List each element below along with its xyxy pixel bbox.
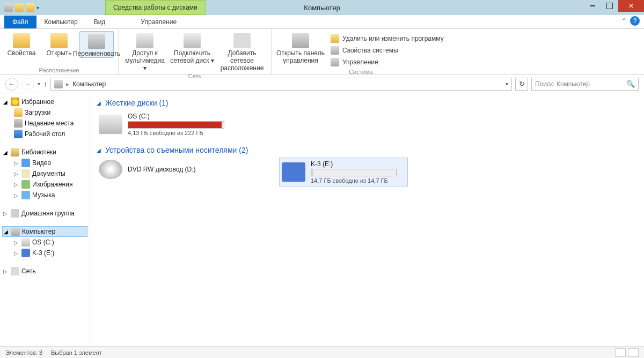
search-input[interactable]: Поиск: Компьютер 🔍 (531, 78, 639, 91)
tree-homegroup[interactable]: ▷ Домашняя группа (2, 208, 87, 219)
drive-subtext: 4,13 ГБ свободно из 222 ГБ (128, 130, 224, 136)
close-button[interactable] (618, 0, 644, 12)
help-icon[interactable]: ? (630, 16, 640, 26)
maximize-button[interactable] (601, 0, 618, 12)
tab-view[interactable]: Вид (86, 16, 114, 28)
status-bar: Элементов: 3 Выбран 1 элемент (0, 346, 644, 358)
tree-libraries[interactable]: ◢ Библиотеки (2, 147, 87, 158)
tree-documents[interactable]: ▷ Документы (2, 168, 87, 179)
refresh-button[interactable]: ↻ (515, 78, 528, 91)
media-access-button[interactable]: Доступ к мультимедиа ▾ (123, 31, 167, 72)
tree-recent[interactable]: Недавние места (2, 118, 87, 129)
dvd-drive-icon (99, 160, 122, 179)
breadcrumb-root[interactable]: Компьютер (72, 80, 106, 88)
quick-access-toolbar: ▾ (0, 3, 39, 12)
rename-icon (88, 34, 105, 49)
tree-video[interactable]: ▷ Видео (2, 158, 87, 168)
network-icon (11, 267, 19, 275)
drive-os-c[interactable]: OS (C:) 4,13 ГБ свободно из 222 ГБ (97, 110, 258, 138)
computer-icon (11, 227, 20, 236)
search-icon: 🔍 (626, 80, 635, 88)
address-dropdown-icon[interactable]: ▾ (506, 81, 508, 87)
tree-network[interactable]: ▷ Сеть (2, 266, 87, 277)
drive-subtext: 14,7 ГБ свободно из 14,7 ГБ (311, 177, 397, 184)
properties-icon (13, 33, 30, 48)
system-properties-icon (331, 46, 339, 55)
ribbon-group-system: Открыть панель управления Удалить или из… (272, 29, 450, 74)
nav-forward-button[interactable]: → (21, 78, 34, 91)
group-label-location: Расположение (4, 67, 114, 73)
add-net-location-button[interactable]: Добавить сетевое расположение (217, 31, 267, 72)
tree-desktop[interactable]: Рабочий стол (2, 129, 87, 139)
window-title: Компьютер (304, 4, 340, 12)
nav-up-button[interactable]: ↑ (43, 80, 47, 88)
drive-dvd-d[interactable]: DVD RW дисковод (D:) (97, 158, 258, 181)
qat-icon-2[interactable] (26, 3, 34, 12)
qat-dropdown-icon[interactable]: ▾ (36, 5, 39, 11)
address-bar-icon (54, 80, 63, 88)
map-drive-button[interactable]: Подключить сетевой диск ▾ (170, 31, 214, 72)
system-properties-button[interactable]: Свойства системы (328, 45, 446, 56)
window-controls (584, 0, 644, 12)
tree-computer[interactable]: ◢ Компьютер (2, 226, 87, 237)
address-bar[interactable]: ▸ Компьютер ▾ (50, 78, 512, 91)
recent-icon (14, 119, 23, 128)
tree-music[interactable]: ▷ Музыка (2, 190, 87, 200)
documents-icon (21, 169, 30, 178)
star-icon (11, 98, 19, 106)
minimize-button[interactable] (584, 0, 601, 12)
map-drive-icon (184, 33, 201, 48)
status-selection: Выбран 1 элемент (51, 349, 102, 356)
sd-card-icon (282, 162, 305, 182)
view-details-button[interactable] (615, 348, 626, 357)
group-header-hard-drives[interactable]: ◢ Жесткие диски (1) (97, 99, 638, 107)
video-icon (21, 159, 30, 167)
main-split: ◢ Избранное Загрузки Недавние места Рабо… (0, 93, 644, 346)
open-icon (50, 33, 68, 48)
collapse-ribbon-icon[interactable]: ⌃ (621, 17, 627, 25)
status-item-count: Элементов: 3 (5, 349, 42, 356)
drive-name: K-3 (E:) (311, 160, 397, 168)
media-access-icon (136, 33, 153, 48)
drive-capacity-bar (128, 121, 224, 129)
rename-button[interactable]: Переименовать (79, 31, 114, 58)
uninstall-program-button[interactable]: Удалить или изменить программу (328, 33, 446, 44)
open-control-panel-button[interactable]: Открыть панель управления (276, 31, 325, 68)
view-tiles-button[interactable] (628, 348, 639, 357)
hard-drive-icon (99, 115, 122, 134)
titlebar: ▾ Средства работы с дисками Компьютер (0, 0, 644, 15)
drive-k3-e[interactable]: K-3 (E:) 14,7 ГБ свободно из 14,7 ГБ (279, 158, 408, 187)
nav-pane: ◢ Избранное Загрузки Недавние места Рабо… (0, 93, 90, 346)
uninstall-icon (331, 34, 339, 43)
open-button[interactable]: Открыть (42, 31, 76, 58)
manage-icon (331, 58, 339, 66)
app-icon (4, 3, 13, 12)
drive-name: DVD RW дисковод (D:) (128, 166, 196, 173)
recent-locations-dropdown-icon[interactable]: ▾ (38, 81, 40, 87)
music-icon (21, 191, 30, 199)
tree-downloads[interactable]: Загрузки (2, 107, 87, 118)
ribbon-tabs: Файл Компьютер Вид Управление ⌃ ? (0, 15, 644, 29)
drive-icon (21, 238, 30, 247)
tree-os-c[interactable]: ▷ OS (C:) (2, 237, 87, 248)
view-toggles (615, 348, 639, 357)
tab-computer[interactable]: Компьютер (36, 16, 86, 28)
manage-button[interactable]: Управление (328, 57, 446, 68)
control-panel-icon (292, 33, 309, 48)
tree-pictures[interactable]: ▷ Изображения (2, 179, 87, 190)
properties-button[interactable]: Свойства (4, 31, 39, 58)
qat-icon-1[interactable] (15, 3, 24, 12)
libraries-icon (11, 148, 19, 156)
content-pane: ◢ Жесткие диски (1) OS (C:) 4,13 ГБ своб… (90, 93, 644, 346)
drive-name: OS (C:) (128, 113, 224, 120)
drive-tools-contextual-tab[interactable]: Средства работы с дисками (105, 0, 206, 15)
tree-k3-e[interactable]: ▷ K-3 (E:) (2, 248, 87, 258)
tab-file[interactable]: Файл (4, 16, 36, 28)
tree-favorites[interactable]: ◢ Избранное (2, 96, 87, 107)
sd-icon (21, 249, 30, 257)
ribbon-group-network: Доступ к мультимедиа ▾ Подключить сетево… (119, 29, 272, 74)
breadcrumb-separator-icon: ▸ (66, 80, 69, 88)
tab-manage[interactable]: Управление (133, 16, 185, 28)
group-header-removable[interactable]: ◢ Устройства со съемными носителями (2) (97, 146, 638, 154)
nav-back-button[interactable]: ← (5, 78, 18, 91)
